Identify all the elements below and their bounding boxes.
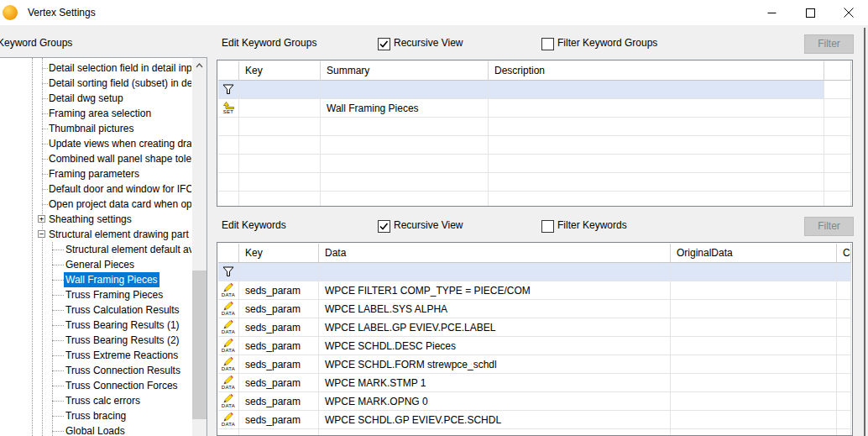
table-cell[interactable] — [321, 173, 489, 192]
table-cell[interactable] — [671, 355, 837, 374]
table-cell[interactable] — [489, 192, 824, 207]
table-cell[interactable] — [489, 155, 824, 173]
row-icon-cell[interactable]: DATA — [218, 281, 239, 300]
filter-groups-button[interactable]: Filter — [804, 34, 854, 54]
tree-item[interactable]: Truss Connection Results — [0, 363, 191, 378]
table-cell[interactable]: seds_param — [239, 411, 319, 429]
empty-row[interactable] — [218, 118, 851, 136]
table-cell[interactable] — [671, 318, 837, 337]
table-cell[interactable] — [671, 337, 837, 355]
table-cell[interactable] — [837, 318, 851, 337]
row-icon-cell[interactable]: DATA — [218, 300, 239, 318]
table-cell[interactable] — [321, 136, 489, 155]
table-cell[interactable] — [671, 281, 837, 300]
table-cell[interactable] — [489, 118, 824, 136]
filter-row[interactable] — [218, 81, 851, 99]
empty-row[interactable] — [218, 173, 851, 192]
table-cell[interactable] — [671, 374, 837, 392]
table-row[interactable]: DATAseds_paramWPCE SCHDL.FORM strewpce_s… — [218, 355, 851, 374]
table-cell[interactable] — [319, 263, 671, 281]
table-cell[interactable] — [321, 118, 489, 136]
column-header[interactable]: Key — [239, 244, 319, 263]
table-cell[interactable] — [671, 300, 837, 318]
tree-scrollbar-thumb[interactable] — [192, 271, 207, 419]
table-cell[interactable] — [671, 263, 837, 281]
table-cell[interactable] — [824, 155, 851, 173]
row-icon-cell[interactable] — [218, 81, 239, 99]
close-button[interactable] — [829, 0, 868, 25]
tree-item[interactable]: Detail dwg setup — [0, 91, 191, 106]
row-icon-cell[interactable]: DATA — [218, 374, 239, 392]
table-cell[interactable] — [671, 411, 837, 429]
empty-row[interactable] — [218, 192, 851, 207]
table-cell[interactable] — [824, 173, 851, 192]
table-cell[interactable] — [671, 392, 837, 411]
table-cell[interactable] — [837, 411, 851, 429]
tree-item[interactable]: Open project data card when op — [0, 197, 191, 212]
table-cell[interactable] — [824, 81, 851, 99]
table-cell[interactable]: WPCE MARK.OPNG 0 — [319, 392, 671, 411]
table-cell[interactable] — [239, 99, 321, 118]
row-icon-cell[interactable] — [218, 429, 239, 436]
table-cell[interactable] — [837, 374, 851, 392]
table-cell[interactable] — [824, 136, 851, 155]
tree-item[interactable]: Combined wall panel shape tole — [0, 151, 191, 166]
table-cell[interactable] — [837, 355, 851, 374]
table-cell[interactable]: Wall Framing Pieces — [321, 99, 489, 118]
table-row[interactable]: DATAseds_paramWPCE MARK.STMP 1 — [218, 374, 851, 392]
row-icon-cell[interactable]: DATA — [218, 337, 239, 355]
row-icon-cell[interactable] — [218, 192, 239, 207]
table-cell[interactable]: seds_param — [239, 337, 319, 355]
tree-item[interactable]: Detail selection field in detail inp — [0, 60, 191, 76]
tree-item[interactable]: Truss Calculation Results — [0, 302, 191, 318]
table-cell[interactable] — [837, 263, 851, 281]
collapse-minus-icon[interactable]: − — [38, 230, 45, 238]
table-cell[interactable] — [489, 81, 824, 99]
table-cell[interactable] — [824, 99, 851, 118]
filter-keywords-button[interactable]: Filter — [804, 217, 854, 236]
table-row[interactable]: DATAseds_paramWPCE MARK.OPNG 0 — [218, 392, 851, 411]
table-cell[interactable] — [321, 155, 489, 173]
table-cell[interactable]: seds_param — [239, 318, 319, 337]
tree-item[interactable]: Update views when creating dra — [0, 136, 191, 151]
table-cell[interactable] — [837, 337, 851, 355]
table-cell[interactable] — [837, 429, 851, 436]
filter-keywords-checkbox[interactable] — [541, 220, 554, 233]
table-cell[interactable] — [239, 118, 321, 136]
table-cell[interactable] — [321, 81, 489, 99]
table-cell[interactable]: WPCE LABEL.SYS ALPHA — [319, 300, 671, 318]
table-cell[interactable] — [239, 136, 321, 155]
tree-item[interactable]: Default door and window for IFC — [0, 181, 191, 197]
row-icon-cell[interactable]: DATA — [218, 355, 239, 374]
table-cell[interactable] — [239, 173, 321, 192]
tree-item[interactable]: Thumbnail pictures — [0, 121, 191, 136]
row-icon-cell[interactable] — [218, 136, 239, 155]
tree-item[interactable]: Truss Bearing Results (1) — [0, 318, 191, 333]
table-cell[interactable] — [239, 192, 321, 207]
table-row[interactable]: DATAseds_paramWPCE LABEL.GP EVIEV.PCE.LA… — [218, 318, 851, 337]
table-cell[interactable]: WPCE SCHDL.GP EVIEV.PCE.SCHDL — [319, 411, 671, 429]
table-cell[interactable] — [489, 173, 824, 192]
column-header[interactable]: Key — [239, 61, 321, 81]
tree-item-selected[interactable]: Wall Framing Pieces — [0, 272, 191, 287]
maximize-button[interactable] — [791, 0, 829, 25]
tree-item[interactable]: −Structural element drawing part — [0, 227, 191, 242]
table-row[interactable]: SETWall Framing Pieces — [218, 99, 851, 118]
table-cell[interactable]: WPCE MARK.STMP 1 — [319, 374, 671, 392]
table-cell[interactable] — [489, 99, 824, 118]
expand-plus-icon[interactable]: + — [38, 215, 45, 223]
minimize-button[interactable] — [752, 0, 791, 25]
column-header[interactable]: Description — [489, 61, 824, 81]
empty-row[interactable] — [218, 429, 851, 436]
row-icon-cell[interactable]: DATA — [218, 318, 239, 337]
table-row[interactable]: DATAseds_paramWPCE LABEL.SYS ALPHA — [218, 300, 851, 318]
column-header[interactable] — [218, 244, 239, 263]
table-cell[interactable] — [239, 263, 319, 281]
tree-item[interactable]: Truss Bearing Results (2) — [0, 333, 191, 348]
tree-item[interactable]: Framing area selection — [0, 106, 191, 121]
table-cell[interactable] — [319, 429, 671, 436]
tree-item[interactable]: +Sheathing settings — [0, 212, 191, 227]
table-row[interactable]: DATAseds_paramWPCE FILTER1 COMP_TYPE = P… — [218, 281, 851, 300]
row-icon-cell[interactable]: SET — [218, 99, 239, 118]
tree-item[interactable]: Truss bracing — [0, 408, 191, 423]
